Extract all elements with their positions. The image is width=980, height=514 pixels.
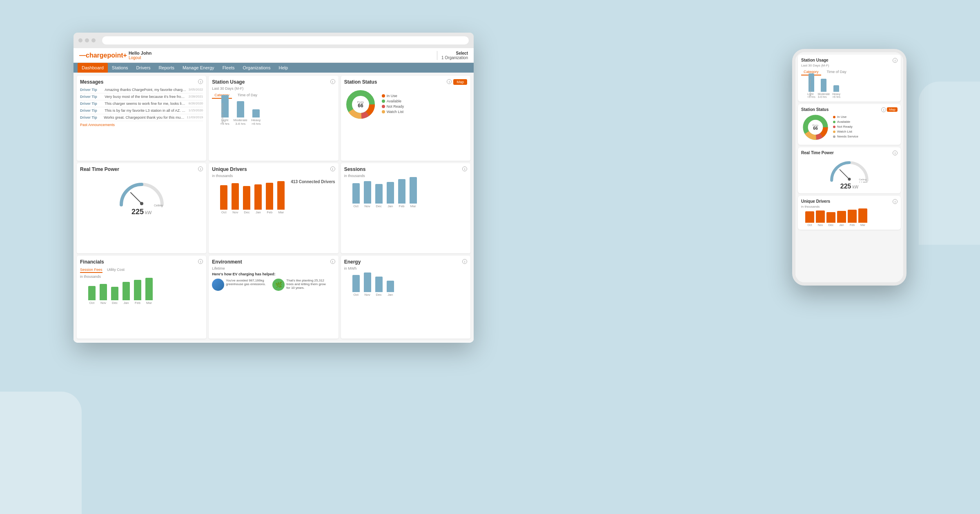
- unique-drivers-card: Unique Drivers i in thousands 413 Connec…: [209, 163, 338, 253]
- message-row-1: Driver Tip Amazing thanks ChargePoint, m…: [80, 86, 203, 93]
- phone-station-status-info[interactable]: i: [881, 107, 886, 112]
- station-usage-tabs: Category Time of Day: [212, 92, 335, 99]
- sessions-info-icon[interactable]: i: [462, 166, 467, 171]
- bar-group-heavy: Heavy>6 hrs: [252, 109, 261, 126]
- station-usage-info-icon[interactable]: i: [330, 79, 335, 84]
- env-stat-2: 🌿 That's like planting 25,312 trees and …: [272, 279, 327, 291]
- phone-station-usage-tabs: Category Time of Day: [801, 69, 898, 75]
- drivers-title: Unique Drivers i: [212, 166, 335, 172]
- phone-drivers-subtitle: in thousands: [801, 205, 898, 208]
- tab-utility-cost[interactable]: Utility Cost: [107, 268, 125, 272]
- svg-point-17: [848, 178, 851, 181]
- phone-drivers-info[interactable]: i: [893, 199, 898, 204]
- energy-info-icon[interactable]: i: [462, 259, 467, 264]
- tab-time-of-day[interactable]: Time of Day: [235, 92, 260, 99]
- nav-reports[interactable]: Reports: [154, 63, 178, 73]
- legend-dot-watch-list: [382, 110, 385, 113]
- nav-organizations[interactable]: Organizations: [239, 63, 275, 73]
- message-text-4: This is by far my favorite L3 station in…: [105, 109, 186, 113]
- svg-text:1.31 MW: 1.31 MW: [154, 207, 165, 208]
- env-text-1: You've avoided 987,166kg greenhouse gas …: [226, 279, 267, 286]
- financials-info-icon[interactable]: i: [198, 259, 203, 264]
- svg-text:66: 66: [813, 126, 818, 131]
- org-selector[interactable]: Select 1 Organization: [437, 51, 468, 60]
- energy-chart: Oct Nov Dec Jan: [344, 272, 467, 297]
- map-button[interactable]: Map: [453, 79, 467, 85]
- drivers-label-nov: Nov: [232, 210, 238, 214]
- power-value: 225: [131, 208, 144, 216]
- nav-fleets[interactable]: Fleets: [218, 63, 239, 73]
- phone-map-button[interactable]: Map: [887, 107, 898, 112]
- financials-bar-mar: [145, 278, 153, 300]
- phone-power-info[interactable]: i: [893, 151, 898, 155]
- station-status-donut-container: Ports 66 In Use Available: [344, 88, 467, 121]
- message-row-2: Driver Tip Very busy most of the time be…: [80, 93, 203, 100]
- svg-text:Ceiling: Ceiling: [859, 178, 866, 181]
- financials-bar-jan: [122, 282, 130, 300]
- phone-y-axis-label: Number of Ports: [809, 79, 811, 97]
- phone-legend-not-ready: Not Ready: [833, 125, 858, 128]
- tab-session-fees[interactable]: Session Fees: [80, 268, 102, 273]
- drivers-bar-feb: Feb: [266, 183, 273, 214]
- legend-dot-available: [382, 100, 385, 103]
- message-text-2: Very busy most of the time because it's …: [105, 95, 186, 99]
- nav-drivers[interactable]: Drivers: [132, 63, 155, 73]
- phone-donut-svg: Ports 66: [801, 113, 830, 142]
- energy-bar-oct: [352, 275, 360, 292]
- energy-card: Energy i in MWh Oct Nov: [341, 256, 470, 339]
- message-type-5: Driver Tip: [80, 115, 102, 120]
- message-date-5: 11/03/2019: [187, 115, 203, 120]
- phone-driver-bar-dec: [826, 212, 835, 223]
- bg-shape-left: [0, 392, 82, 514]
- past-announcements-link[interactable]: Past Announcements: [80, 123, 203, 127]
- real-time-power-card: Real Time Power i C: [77, 163, 206, 253]
- globe-icon: [212, 279, 224, 291]
- svg-point-7: [140, 202, 143, 205]
- station-status-info-icon[interactable]: i: [447, 79, 452, 84]
- phone-station-usage-chart: Number of Ports Light<3 hrs Moderate3-6 …: [801, 78, 898, 98]
- sessions-bar-feb-bar: [398, 179, 405, 204]
- logout-link[interactable]: Logout: [129, 55, 151, 60]
- legend-label-in-use: In Use: [387, 94, 397, 98]
- nav-dashboard[interactable]: Dashboard: [78, 63, 108, 73]
- phone-power-title: Real Time Power i: [801, 151, 898, 155]
- drivers-bar-oct: Oct: [220, 185, 227, 214]
- phone-gauge-svg: Ceiling 1.1 MW: [825, 156, 874, 183]
- nav-stations[interactable]: Stations: [108, 63, 132, 73]
- phone-driver-bar-mar: [858, 208, 867, 223]
- financials-bar-dec: [111, 287, 118, 300]
- bar-label-heavy: Heavy>6 hrs: [252, 118, 261, 126]
- message-row-4: Driver Tip This is by far my favorite L3…: [80, 107, 203, 114]
- financials-chart: Oct Nov Dec Jan: [80, 280, 203, 305]
- phone-body: Station Usage i Last 30 Days (M-F) Categ…: [795, 52, 903, 282]
- nav-help[interactable]: Help: [274, 63, 292, 73]
- power-info-icon[interactable]: i: [198, 166, 203, 171]
- phone-driver-bar-nov: [816, 210, 825, 223]
- drivers-info-icon[interactable]: i: [330, 166, 335, 171]
- phone-tab-time-of-day[interactable]: Time of Day: [824, 69, 849, 75]
- messages-card: Messages i Driver Tip Amazing thanks Cha…: [77, 76, 206, 161]
- logo-text: —chargepoint+: [79, 52, 127, 59]
- user-info: Hello John Logout: [129, 51, 151, 60]
- y-axis-label: Number of Ports: [221, 103, 224, 124]
- messages-info-icon[interactable]: i: [198, 79, 203, 84]
- station-status-legend: In Use Available Not Ready: [382, 94, 404, 115]
- drivers-bar-mar-bar: [277, 181, 285, 210]
- station-usage-subtitle: Last 30 Days (M-F): [212, 86, 335, 91]
- sessions-chart: Oct Nov Dec Jan: [344, 179, 467, 208]
- legend-label-not-ready: Not Ready: [387, 104, 404, 109]
- financials-subtitle: in thousands: [80, 275, 203, 279]
- gauge-svg: Ceiling 1.31 MW: [115, 177, 168, 208]
- sessions-bar-dec: Dec: [375, 184, 383, 208]
- drivers-bar-feb-bar: [266, 183, 273, 210]
- message-type-3: Driver Tip: [80, 102, 102, 106]
- energy-title: Energy i: [344, 259, 467, 265]
- environment-info-icon[interactable]: i: [330, 259, 335, 264]
- drivers-chart: Oct Nov Dec Jan: [212, 186, 335, 214]
- env-text-2: That's like planting 25,312 trees and le…: [286, 279, 327, 290]
- phone-station-usage-info[interactable]: i: [893, 58, 898, 63]
- nav-manage-energy[interactable]: Manage Energy: [178, 63, 218, 73]
- environment-stats: You've avoided 987,166kg greenhouse gas …: [212, 279, 335, 291]
- sessions-card: Sessions i in thousands Oct Nov: [341, 163, 470, 253]
- sessions-bar-dec-bar: [375, 184, 383, 204]
